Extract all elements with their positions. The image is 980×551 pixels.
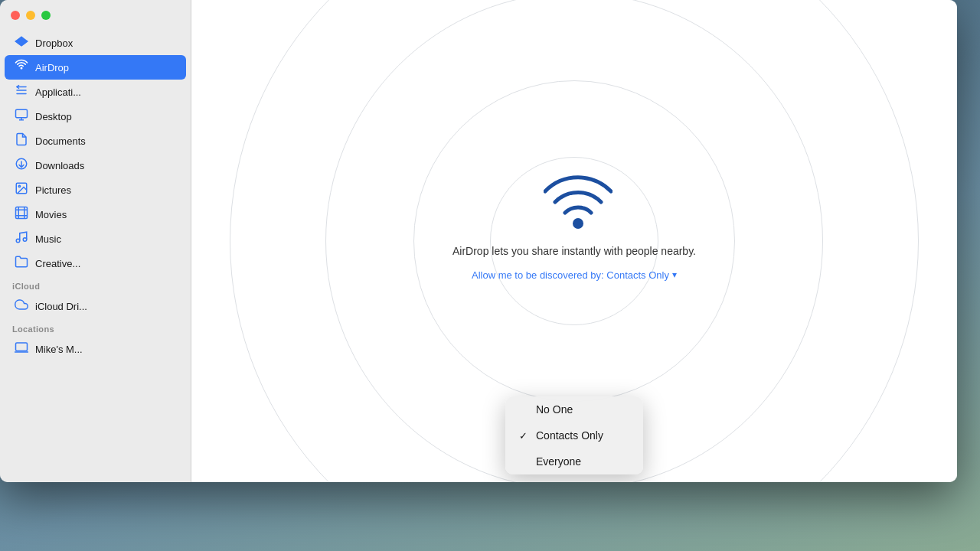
no-one-check [519, 404, 530, 416]
contacts-only-label: Contacts Only [536, 429, 603, 442]
sidebar-item-music[interactable]: Music [5, 227, 186, 251]
downloads-icon [14, 157, 29, 174]
dropdown-item-contacts-only[interactable]: ✓ Contacts Only [505, 422, 643, 448]
sidebar-item-label: Downloads [35, 160, 84, 171]
sidebar-item-desktop[interactable]: Desktop [5, 104, 186, 129]
sidebar-item-label: Dropbox [35, 37, 73, 49]
finder-window: Dropbox AirDrop Applicati... [0, 0, 957, 482]
dropdown-item-no-one[interactable]: No One [505, 396, 643, 422]
discovered-by-label: Allow me to be discovered by: Contacts O… [472, 269, 669, 281]
sidebar-item-icloud-drive[interactable]: iCloud Dri... [5, 294, 186, 318]
sidebar-item-label: AirDrop [35, 62, 69, 73]
sidebar-item-label: Movies [35, 209, 67, 220]
window-controls [11, 11, 51, 20]
icloud-section-label: iCloud [0, 276, 191, 294]
airdrop-dropdown-menu: No One ✓ Contacts Only Everyone [505, 396, 643, 474]
movies-icon [14, 206, 29, 223]
everyone-label: Everyone [536, 455, 581, 468]
svg-point-9 [573, 218, 583, 229]
sidebar-item-label: Documents [35, 135, 86, 147]
main-content-area: AirDrop lets you share instantly with pe… [191, 0, 957, 482]
svg-rect-8 [16, 343, 28, 351]
laptop-icon [14, 341, 29, 357]
minimize-button[interactable] [26, 11, 35, 20]
sidebar-item-documents[interactable]: Documents [5, 129, 186, 153]
sidebar: Dropbox AirDrop Applicati... [0, 0, 191, 482]
sidebar-item-label: Desktop [35, 111, 72, 122]
no-one-label: No One [536, 403, 573, 416]
applications-icon [14, 83, 29, 100]
desktop-icon [14, 108, 29, 125]
documents-icon [14, 132, 29, 149]
sidebar-item-pictures[interactable]: Pictures [5, 178, 186, 202]
airdrop-icon [544, 171, 605, 233]
airdrop-description: AirDrop lets you share instantly with pe… [452, 245, 696, 257]
sidebar-item-dropbox[interactable]: Dropbox [5, 31, 186, 55]
svg-point-7 [23, 238, 27, 242]
sidebar-item-downloads[interactable]: Downloads [5, 153, 186, 178]
sidebar-item-label: Creative... [35, 258, 80, 269]
icloud-icon [14, 298, 29, 315]
creative-icon [14, 255, 29, 272]
sidebar-item-label: Music [35, 233, 61, 245]
chevron-down-icon: ▾ [672, 269, 677, 280]
airdrop-sidebar-icon [14, 59, 29, 76]
svg-rect-5 [16, 207, 28, 219]
dropdown-item-everyone[interactable]: Everyone [505, 448, 643, 474]
sidebar-item-mikes-mac[interactable]: Mike's M... [5, 337, 186, 361]
sidebar-item-label: Pictures [35, 184, 71, 196]
sidebar-item-applications[interactable]: Applicati... [5, 80, 186, 104]
sidebar-item-label: iCloud Dri... [35, 301, 87, 312]
sidebar-item-label: Mike's M... [35, 344, 83, 355]
airdrop-center-content: AirDrop lets you share instantly with pe… [452, 171, 696, 281]
sidebar-item-movies[interactable]: Movies [5, 202, 186, 227]
sidebar-item-creative[interactable]: Creative... [5, 251, 186, 276]
locations-section-label: Locations [0, 318, 191, 337]
svg-point-0 [21, 67, 23, 70]
svg-point-4 [18, 185, 20, 187]
contacts-only-check: ✓ [519, 430, 530, 442]
svg-point-6 [16, 239, 20, 243]
airdrop-discovered-link[interactable]: Allow me to be discovered by: Contacts O… [472, 269, 677, 281]
sidebar-item-label: Applicati... [35, 86, 81, 98]
music-icon [14, 230, 29, 247]
fullscreen-button[interactable] [41, 11, 51, 20]
close-button[interactable] [11, 11, 20, 20]
sidebar-item-airdrop[interactable]: AirDrop [5, 55, 186, 80]
pictures-icon [14, 181, 29, 198]
svg-rect-1 [16, 109, 28, 118]
dropbox-icon [14, 34, 29, 51]
everyone-check [519, 456, 530, 468]
